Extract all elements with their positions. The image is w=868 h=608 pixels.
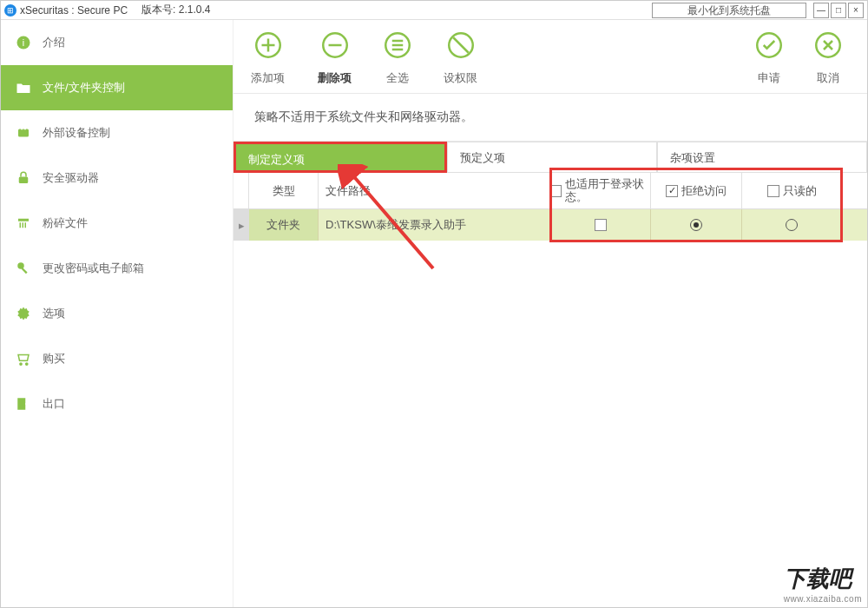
svg-rect-8 <box>23 222 24 228</box>
sidebar-item-label: 粉碎文件 <box>43 215 88 231</box>
login-checkbox[interactable] <box>595 219 607 231</box>
header-login-checkbox[interactable] <box>551 185 562 197</box>
maximize-button[interactable]: □ <box>831 3 846 18</box>
cart-icon <box>15 350 32 367</box>
toolbar-label: 申请 <box>758 70 780 86</box>
col-header-path[interactable]: 文件路径 <box>319 173 551 208</box>
svg-rect-7 <box>20 222 22 228</box>
cancel-button[interactable]: 取消 <box>815 32 841 86</box>
header-deny-checkbox[interactable]: ✓ <box>666 185 678 197</box>
header-readonly-checkbox[interactable] <box>767 185 779 197</box>
sidebar-item-exit[interactable]: 出口 <box>1 381 233 426</box>
cell-login[interactable] <box>551 209 651 241</box>
add-item-button[interactable]: 添加项 <box>251 32 285 86</box>
watermark: 下载吧 www.xiazaiba.com <box>784 564 862 604</box>
cell-deny[interactable] <box>651 209 742 241</box>
col-header-readonly[interactable]: 只读的 <box>742 173 842 208</box>
lock-icon <box>15 169 32 187</box>
table-row[interactable]: ▸ 文件夹 D:\TKSW\泰维发票录入助手 <box>233 209 867 241</box>
row-indicator-icon: ▸ <box>233 209 249 241</box>
col-header-type[interactable]: 类型 <box>249 173 319 208</box>
svg-rect-15 <box>17 398 25 410</box>
minimize-to-tray-button[interactable]: 最小化到系统托盘 <box>652 3 806 18</box>
col-header-label: 只读的 <box>783 183 817 199</box>
svg-rect-4 <box>24 127 26 129</box>
apply-button[interactable]: 申请 <box>756 32 782 86</box>
gear-icon <box>15 305 32 322</box>
sidebar-item-options[interactable]: 选项 <box>1 291 233 336</box>
sidebar-item-label: 更改密码或电子邮箱 <box>43 261 144 276</box>
plus-icon <box>255 32 281 58</box>
row-marker-header <box>233 173 249 208</box>
table-header-row: 类型 文件路径 也适用于登录状态。 ✓ 拒绝访问 只读的 <box>233 173 867 209</box>
usb-icon <box>15 124 32 142</box>
col-header-label: 也适用于登录状态。 <box>565 178 650 203</box>
minus-icon <box>322 32 348 58</box>
col-header-deny[interactable]: ✓ 拒绝访问 <box>651 173 742 208</box>
watermark-text: 下载吧 <box>784 565 852 591</box>
cell-type: 文件夹 <box>249 209 319 241</box>
tab-misc[interactable]: 杂项设置 <box>657 142 867 173</box>
sidebar-item-external-device[interactable]: 外部设备控制 <box>1 110 233 155</box>
deny-radio[interactable] <box>690 219 702 231</box>
sidebar-item-label: 安全驱动器 <box>43 170 99 186</box>
sidebar-item-label: 出口 <box>43 396 65 412</box>
sidebar-item-label: 介绍 <box>43 35 65 50</box>
svg-rect-3 <box>21 127 23 129</box>
svg-rect-9 <box>25 222 27 228</box>
tab-preset[interactable]: 预定义项 <box>447 142 657 173</box>
col-header-login[interactable]: 也适用于登录状态。 <box>551 173 651 208</box>
sidebar-item-label: 购买 <box>43 351 65 367</box>
toolbar-label: 设权限 <box>444 70 477 86</box>
sidebar-item-shred[interactable]: 粉碎文件 <box>1 201 233 246</box>
sidebar-item-label: 选项 <box>43 306 65 321</box>
sidebar-item-file-folder-control[interactable]: 文件/文件夹控制 <box>1 65 233 110</box>
cell-readonly[interactable] <box>742 209 842 241</box>
policy-note: 策略不适用于系统文件夹和网络驱动器。 <box>233 94 867 142</box>
key-icon <box>15 260 32 277</box>
forbid-icon <box>448 32 474 58</box>
cell-path: D:\TKSW\泰维发票录入助手 <box>319 209 551 241</box>
toolbar: 添加项 删除项 全选 设权限 申请 <box>233 20 867 94</box>
sidebar-item-buy[interactable]: 购买 <box>1 336 233 381</box>
sidebar: i 介绍 文件/文件夹控制 外部设备控制 安全驱动器 粉碎文件 更改密码或 <box>1 20 233 607</box>
watermark-url: www.xiazaiba.com <box>784 594 862 604</box>
svg-rect-11 <box>22 268 28 274</box>
svg-text:i: i <box>23 37 24 48</box>
toolbar-label: 取消 <box>817 70 839 86</box>
svg-rect-5 <box>19 177 29 184</box>
select-all-button[interactable]: 全选 <box>385 32 411 86</box>
svg-point-14 <box>26 363 28 365</box>
close-icon <box>815 32 841 58</box>
check-icon <box>756 32 782 58</box>
svg-point-13 <box>20 363 22 365</box>
main-panel: 添加项 删除项 全选 设权限 申请 <box>233 20 867 607</box>
svg-rect-2 <box>18 129 29 137</box>
tab-custom[interactable]: 制定定义项 <box>233 142 447 173</box>
col-header-label: 拒绝访问 <box>681 183 727 199</box>
tabs: 制定定义项 预定义项 杂项设置 <box>233 142 867 173</box>
info-icon: i <box>15 34 32 51</box>
sidebar-item-secure-drive[interactable]: 安全驱动器 <box>1 155 233 201</box>
titlebar: ⊞ xSecuritas : Secure PC 版本号: 2.1.0.4 最小… <box>1 1 867 20</box>
close-button[interactable]: × <box>848 3 864 18</box>
sidebar-item-label: 外部设备控制 <box>43 125 110 141</box>
readonly-radio[interactable] <box>786 219 798 231</box>
sidebar-item-change-password[interactable]: 更改密码或电子邮箱 <box>1 246 233 291</box>
version-label: 版本号: 2.1.0.4 <box>141 3 210 17</box>
list-icon <box>385 32 411 58</box>
toolbar-label: 删除项 <box>318 70 352 86</box>
shred-icon <box>15 215 32 232</box>
sidebar-item-label: 文件/文件夹控制 <box>43 80 125 96</box>
rules-table: 类型 文件路径 也适用于登录状态。 ✓ 拒绝访问 只读的 <box>233 173 867 607</box>
folder-icon <box>15 79 32 96</box>
sidebar-item-intro[interactable]: i 介绍 <box>1 20 233 65</box>
window-title: xSecuritas : Secure PC <box>20 4 128 17</box>
exit-icon <box>15 395 32 413</box>
minimize-button[interactable]: — <box>813 3 829 18</box>
set-permission-button[interactable]: 设权限 <box>444 32 477 86</box>
toolbar-label: 添加项 <box>251 70 285 86</box>
delete-item-button[interactable]: 删除项 <box>318 32 352 86</box>
app-logo-icon: ⊞ <box>4 4 16 17</box>
svg-rect-6 <box>18 219 29 221</box>
